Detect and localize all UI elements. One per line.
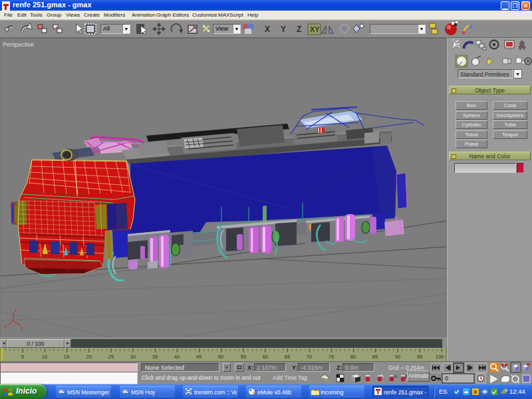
svg-text:5: 5 [21, 354, 24, 360]
svg-text:20: 20 [86, 354, 92, 360]
svg-text:Z: Z [297, 25, 301, 34]
svg-text:45: 45 [196, 354, 201, 360]
svg-text:95: 95 [417, 354, 422, 360]
svg-text:0: 0 [445, 375, 448, 382]
svg-text:80: 80 [350, 354, 356, 360]
svg-text:35: 35 [152, 354, 158, 360]
svg-text:30: 30 [130, 354, 136, 360]
svg-text:XY: XY [310, 25, 320, 33]
svg-text:X: X [265, 25, 270, 34]
svg-text:x: x [4, 325, 7, 329]
svg-text:15: 15 [64, 354, 69, 360]
svg-text:Y: Y [281, 25, 286, 34]
svg-text:z: z [15, 308, 17, 313]
svg-text:40: 40 [174, 354, 180, 360]
svg-text:50: 50 [218, 354, 223, 360]
svg-text:65: 65 [285, 354, 290, 360]
svg-text:100: 100 [436, 354, 444, 360]
svg-text:60: 60 [263, 354, 268, 360]
svg-text:85: 85 [372, 354, 378, 360]
svg-text:90: 90 [395, 354, 400, 360]
svg-text:10: 10 [42, 354, 47, 360]
svg-text:E: E [405, 374, 407, 379]
svg-text:70: 70 [307, 354, 312, 360]
svg-text:%: % [394, 374, 398, 378]
svg-text:y: y [21, 325, 23, 331]
svg-text:25: 25 [108, 354, 114, 360]
svg-text:75: 75 [329, 354, 334, 360]
svg-text:Perspective: Perspective [3, 41, 34, 48]
svg-text:55: 55 [241, 354, 246, 360]
